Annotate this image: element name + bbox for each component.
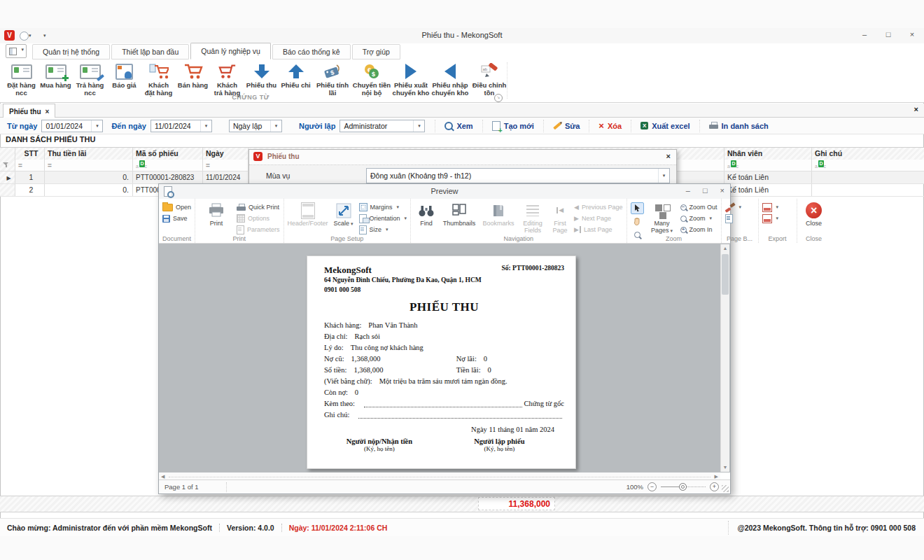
preview-title-bar[interactable]: Preview – □ ×	[159, 184, 730, 200]
export-excel-button[interactable]: Xuất excel	[631, 120, 699, 132]
to-date-combo[interactable]: 11/01/2024	[150, 120, 212, 132]
grid-column-header[interactable]: Mã số phiếu	[133, 148, 203, 160]
preview-close-big-button[interactable]: Close	[801, 201, 827, 227]
zoom-out-button[interactable]: Zoom Out	[680, 202, 718, 212]
grid-cell[interactable]: Kế toán Liên	[724, 172, 812, 183]
maximize-button[interactable]: □	[883, 30, 893, 38]
send-document-button[interactable]	[762, 214, 779, 223]
page-color-button[interactable]	[725, 202, 742, 212]
header-footer-button[interactable]: Header/Footer	[288, 201, 328, 227]
hand-tool-button[interactable]	[631, 216, 644, 227]
chevron-down-icon[interactable]	[413, 120, 424, 132]
watermark-button[interactable]	[725, 214, 742, 223]
ribbon-item-dat-hang-ncc[interactable]: Đặt hàng ncc	[4, 61, 38, 97]
print-list-button[interactable]: In danh sách	[699, 120, 778, 132]
ribbon-item-ban-hang[interactable]: Bán hàng	[176, 61, 210, 90]
tab-bao-cao-thong-ke[interactable]: Báo cáo thống kê	[272, 44, 351, 59]
from-date-combo[interactable]: 01/01/2024	[41, 120, 103, 132]
tab-quan-tri-he-thong[interactable]: Quản trị hệ thống	[32, 44, 110, 59]
margins-button[interactable]: Margins	[359, 202, 407, 212]
editing-fields-button[interactable]: Editing Fields	[519, 201, 546, 234]
zoom-slider[interactable]	[661, 482, 706, 491]
view-button[interactable]: Xem	[435, 120, 482, 132]
open-button[interactable]: Open	[162, 202, 191, 212]
tab-tro-giup[interactable]: Trợ giúp	[352, 44, 400, 59]
contains-filter-icon[interactable]	[815, 160, 827, 168]
grid-column-header[interactable]: Ghi chú	[812, 148, 924, 160]
contains-filter-icon[interactable]	[727, 160, 739, 168]
quick-print-button[interactable]: Quick Print	[237, 202, 280, 212]
filter-cell[interactable]	[133, 160, 203, 171]
zoom-button[interactable]: Zoom	[680, 214, 718, 223]
grid-cell[interactable]: 1	[15, 172, 45, 183]
ribbon-item-khach-dat-hang[interactable]: Khách đặt hàng	[141, 61, 176, 97]
find-button[interactable]: Find	[414, 201, 438, 227]
edit-button[interactable]: Sửa	[543, 120, 589, 132]
ribbon-item-phieu-chi[interactable]: Phiếu chi	[279, 61, 313, 90]
chevron-down-icon[interactable]	[200, 120, 211, 132]
grid-cell[interactable]	[812, 172, 924, 183]
parameters-button[interactable]: Parameters	[237, 225, 280, 234]
chevron-down-icon[interactable]	[658, 169, 669, 183]
grid-cell[interactable]: 0.	[45, 172, 133, 183]
zoom-minus-button[interactable]: −	[648, 482, 657, 491]
ribbon-item-bao-gia[interactable]: Báo giá	[107, 61, 141, 90]
grid-column-header[interactable]: Ngày	[203, 148, 248, 160]
zoom-plus-button[interactable]: +	[710, 482, 719, 491]
grid-cell[interactable]: PTT00001-280823	[133, 172, 203, 183]
save-button[interactable]: Save	[162, 214, 191, 223]
equals-filter-icon[interactable]	[206, 161, 210, 169]
grid-column-header[interactable]: STT	[15, 148, 45, 160]
size-button[interactable]: Size	[359, 225, 407, 234]
ribbon-item-khach-tra-hang[interactable]: Khách trả hàng	[210, 61, 244, 97]
orientation-button[interactable]: Orientation	[359, 214, 407, 223]
ribbon-item-phieu-xuat-chuyen-kho[interactable]: Phiếu xuất chuyển kho	[391, 61, 430, 97]
dialog-close-icon[interactable]: ×	[666, 152, 671, 160]
bookmarks-button[interactable]: Bookmarks	[480, 201, 517, 227]
resize-grip[interactable]	[722, 485, 729, 492]
scroll-down-icon[interactable]: ▼	[721, 463, 729, 472]
preview-close-button[interactable]: ×	[720, 186, 724, 195]
tab-close-icon[interactable]: ×	[46, 108, 50, 115]
delete-button[interactable]: Xóa	[589, 120, 631, 132]
ribbon-item-phieu-tinh-lai[interactable]: $ Phiếu tính lãi	[313, 61, 352, 97]
season-combo[interactable]: Đông xuân (Khoảng th9 - th12)	[366, 168, 670, 183]
filter-cell[interactable]	[724, 160, 812, 171]
preview-vertical-scrollbar[interactable]: ▲ ▼	[720, 244, 729, 472]
chevron-down-icon[interactable]	[270, 120, 281, 132]
filter-cell[interactable]	[812, 160, 924, 171]
preview-minimize-button[interactable]: –	[686, 186, 690, 195]
grid-cell[interactable]	[812, 184, 924, 196]
dialog-title-bar[interactable]: Phiếu thu ×	[249, 150, 676, 165]
ribbon-group-launcher-icon[interactable]	[494, 94, 503, 102]
ribbon-item-dieu-chinh-ton[interactable]: ab Điều chỉnh tồn	[470, 61, 509, 97]
minimize-button[interactable]: –	[860, 30, 869, 38]
first-page-button[interactable]: ◀ First Page	[549, 201, 571, 234]
ribbon-item-phieu-thu[interactable]: Phiếu thu	[244, 61, 279, 90]
ribbon-item-chuyen-tien-noi-bo[interactable]: €$ Chuyển tiền nội bộ	[352, 61, 391, 97]
options-button[interactable]: Options	[237, 214, 280, 223]
grid-cell[interactable]: Kế toán Liên	[724, 184, 812, 196]
grid-cell[interactable]: 2	[15, 184, 45, 196]
tab-thiet-lap-ban-dau[interactable]: Thiết lập ban đầu	[111, 44, 189, 59]
chevron-down-icon[interactable]	[91, 120, 102, 132]
creator-combo[interactable]: Administrator	[340, 120, 425, 132]
equals-filter-icon[interactable]	[48, 161, 52, 169]
ribbon-item-tra-hang-ncc[interactable]: Trả hàng ncc	[73, 61, 107, 97]
next-page-button[interactable]: ▶Next Page	[574, 214, 622, 223]
create-button[interactable]: Tạo mới	[482, 120, 543, 132]
ribbon-gallery-button[interactable]	[6, 44, 27, 58]
tab-phieu-thu-document[interactable]: Phiếu thu ×	[3, 104, 55, 118]
grid-cell[interactable]: 0.	[45, 184, 133, 196]
last-page-button[interactable]: ▶Last Page	[574, 225, 622, 234]
filter-cell[interactable]	[45, 160, 133, 171]
tab-quan-ly-nghiep-vu[interactable]: Quản lý nghiệp vụ	[190, 43, 271, 59]
filter-cell[interactable]	[203, 160, 248, 171]
date-type-combo[interactable]: Ngày lập	[229, 120, 282, 132]
print-button[interactable]: Print	[199, 201, 234, 227]
contains-filter-icon[interactable]	[136, 160, 148, 168]
pointer-tool-button[interactable]	[631, 202, 644, 214]
filter-cell[interactable]	[15, 160, 45, 171]
ribbon-item-mua-hang[interactable]: Mua hàng	[38, 61, 73, 90]
scroll-up-icon[interactable]: ▲	[721, 244, 729, 253]
